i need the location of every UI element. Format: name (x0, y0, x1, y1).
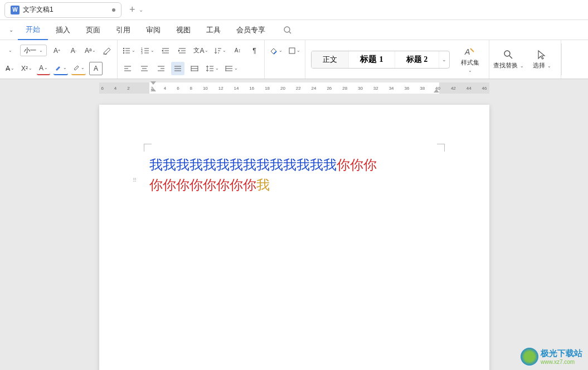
margin-corner-tr (437, 144, 445, 152)
highlight-icon[interactable]: ⌄ (71, 62, 86, 75)
align-center-icon[interactable] (138, 62, 151, 75)
decrease-indent-icon[interactable] (159, 44, 172, 57)
right-indent-marker-icon[interactable] (434, 87, 439, 93)
horizontal-ruler[interactable]: 6422468101214161820222426283032343638404… (99, 82, 489, 94)
search-icon (503, 49, 514, 60)
styles-gallery: 正文 标题 1 标题 2 ⌄ (311, 51, 450, 69)
svg-line-50 (509, 56, 512, 59)
text-gold: 我 (256, 178, 270, 192)
menubar: ⌄ 开始 插入 页面 引用 审阅 视图 工具 会员专享 (0, 20, 588, 40)
brush-format-icon[interactable]: ⌄ (54, 62, 68, 75)
menu-page[interactable]: 页面 (78, 20, 108, 40)
style-normal[interactable]: 正文 (312, 51, 349, 68)
margin-corner-tl (144, 144, 152, 152)
increase-indent-icon[interactable] (176, 44, 189, 57)
char-shading-icon[interactable]: A (89, 62, 103, 75)
font-family-dropdown[interactable]: ⌄ (3, 44, 17, 57)
menu-view[interactable]: 视图 (168, 20, 198, 40)
menu-reference[interactable]: 引用 (108, 20, 138, 40)
shading-icon[interactable]: ⌄ (268, 44, 284, 57)
numbering-icon[interactable]: 123⌄ (140, 44, 155, 57)
strikethrough-icon[interactable]: A̶⌄ (3, 62, 17, 75)
search-icon[interactable] (281, 23, 294, 37)
text-direction-icon[interactable]: 文A⌄ (192, 44, 210, 57)
style-set-icon: A (464, 46, 476, 57)
toolbar: ⌄ 小一⌄ A+ A- Aª⌄ A̶⌄ X²⌄ A⌄ ⌄ ⌄ A ⌄ 123⌄ … (0, 40, 588, 79)
menu-member[interactable]: 会员专享 (229, 20, 273, 40)
modified-dot-icon (112, 8, 115, 12)
align-distributed-icon[interactable] (188, 62, 201, 75)
file-menu-dropdown-icon[interactable]: ⌄ (4, 27, 18, 33)
select-label: 选择 (533, 62, 545, 69)
svg-point-7 (123, 52, 124, 53)
svg-text:3: 3 (141, 51, 143, 55)
svg-line-1 (289, 32, 291, 33)
style-heading1[interactable]: 标题 1 (349, 51, 395, 68)
watermark-logo-icon (521, 348, 538, 366)
cursor-icon (536, 49, 547, 60)
style-heading2[interactable]: 标题 2 (395, 51, 440, 68)
text-red-2: 你你你你你你你你 (149, 178, 256, 192)
align-justify-icon[interactable] (171, 62, 184, 75)
indent-marker-icon[interactable] (150, 81, 156, 87)
paragraph-handle-icon[interactable]: ⠿ (133, 177, 135, 183)
doc-line-2[interactable]: 你你你你你你你你我 (149, 175, 439, 195)
font-color-icon[interactable]: A⌄ (37, 62, 50, 75)
style-set-button[interactable]: A 样式集 ⌄ (454, 46, 485, 73)
text-red: 你你你 (337, 158, 377, 172)
find-replace-button[interactable]: 查找替换 ⌄ (493, 49, 524, 70)
svg-point-49 (504, 51, 510, 56)
clear-format-icon[interactable] (100, 44, 114, 57)
watermark: 极光下载站 www.xz7.com (521, 348, 582, 366)
svg-point-0 (284, 27, 290, 32)
style-set-label: 样式集 (461, 59, 479, 67)
text-blue: 我我我我我我我我我我我我我我 (149, 158, 337, 172)
align-right-icon[interactable] (154, 62, 168, 75)
increase-font-icon[interactable]: A+ (50, 44, 64, 57)
menu-review[interactable]: 审阅 (138, 20, 168, 40)
bullets-icon[interactable]: ⌄ (121, 44, 137, 57)
borders-icon[interactable]: ⌄ (287, 44, 302, 57)
titlebar: W 文字文稿1 + ⌄ (0, 0, 588, 20)
tab-stops-icon[interactable]: ⌄ (223, 62, 239, 75)
align-left-icon[interactable] (121, 62, 134, 75)
decrease-font-icon[interactable]: A- (67, 44, 80, 57)
toolbar-divider (561, 43, 562, 75)
styles-more-icon[interactable]: ⌄ (439, 51, 449, 68)
show-marks-icon[interactable]: ¶ (247, 44, 261, 57)
new-tab-dropdown-icon[interactable]: ⌄ (139, 7, 143, 13)
ruler-numbers: 6422468101214161820222426283032343638404… (99, 82, 489, 94)
font-group: ⌄ 小一⌄ A+ A- Aª⌄ A̶⌄ X²⌄ A⌄ ⌄ ⌄ A (0, 40, 118, 79)
menu-tools[interactable]: 工具 (198, 20, 229, 40)
editing-group: 查找替换 ⌄ 选择 ⌄ (489, 40, 561, 79)
font-size-dropdown[interactable]: 小一⌄ (20, 45, 47, 56)
font-size-value: 小一 (24, 46, 36, 55)
styles-group: 正文 标题 1 标题 2 ⌄ A 样式集 ⌄ (305, 40, 489, 79)
svg-text:A: A (464, 47, 470, 56)
svg-point-3 (123, 47, 124, 48)
borders-group: ⌄ ⌄ (265, 40, 305, 79)
tab-title: 文字文稿1 (23, 5, 109, 14)
workspace: ⠿ 我我我我我我我我我我我我我我你你你 你你你你你你你你我 (0, 94, 588, 370)
watermark-url: www.xz7.com (541, 359, 582, 365)
svg-rect-47 (289, 48, 295, 53)
new-tab-button[interactable]: + (129, 4, 135, 16)
doc-line-1[interactable]: 我我我我我我我我我我我我我我你你你 (149, 155, 439, 175)
document-page[interactable]: ⠿ 我我我我我我我我我我我我我我你你你 你你你你你你你你我 (99, 105, 489, 370)
select-button[interactable]: 选择 ⌄ (526, 49, 557, 70)
paragraph-group: ⌄ 123⌄ 文A⌄ ⌄ A↕ ¶ ⌄ ⌄ (118, 40, 265, 79)
change-case-icon[interactable]: Aª⌄ (84, 44, 97, 57)
svg-point-5 (123, 50, 124, 51)
doc-icon: W (11, 6, 20, 14)
watermark-title: 极光下载站 (541, 348, 582, 359)
sort-icon[interactable]: ⌄ (213, 44, 227, 57)
asian-layout-icon[interactable]: A↕ (231, 44, 244, 57)
menu-start[interactable]: 开始 (18, 20, 48, 40)
menu-insert[interactable]: 插入 (48, 20, 78, 40)
ruler-area: 6422468101214161820222426283032343638404… (0, 79, 588, 94)
line-spacing-icon[interactable]: ⌄ (205, 62, 220, 75)
superscript-icon[interactable]: X²⌄ (20, 62, 33, 75)
document-tab[interactable]: W 文字文稿1 (4, 2, 122, 18)
chevron-down-icon: ⌄ (468, 68, 472, 73)
find-replace-label: 查找替换 (493, 62, 518, 69)
